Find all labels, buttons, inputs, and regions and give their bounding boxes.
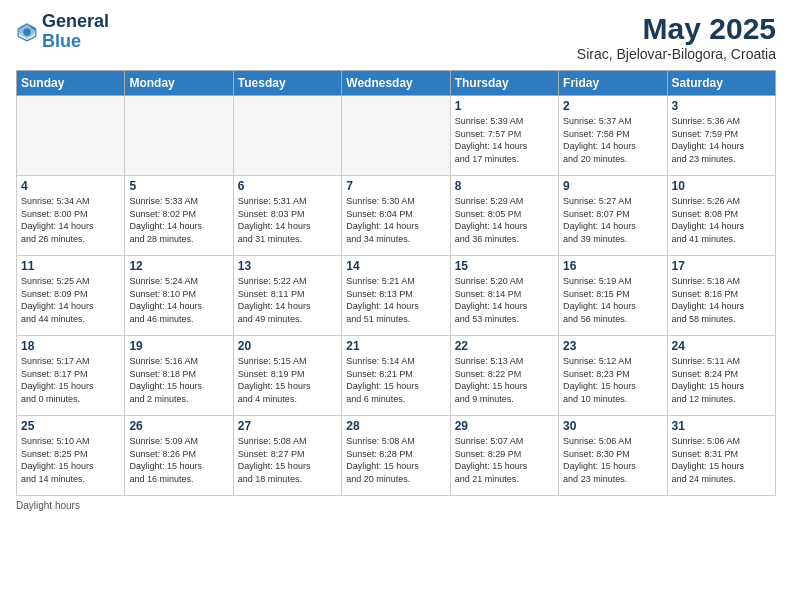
weekday-wednesday: Wednesday [342, 71, 450, 96]
day-number: 3 [672, 99, 771, 113]
calendar-cell: 13Sunrise: 5:22 AM Sunset: 8:11 PM Dayli… [233, 256, 341, 336]
calendar-week-4: 25Sunrise: 5:10 AM Sunset: 8:25 PM Dayli… [17, 416, 776, 496]
calendar-cell: 28Sunrise: 5:08 AM Sunset: 8:28 PM Dayli… [342, 416, 450, 496]
day-number: 29 [455, 419, 554, 433]
day-number: 31 [672, 419, 771, 433]
day-number: 22 [455, 339, 554, 353]
logo: General Blue [16, 12, 109, 52]
svg-point-3 [23, 28, 30, 35]
location-text: Sirac, Bjelovar-Bilogora, Croatia [577, 46, 776, 62]
day-info: Sunrise: 5:33 AM Sunset: 8:02 PM Dayligh… [129, 195, 228, 245]
day-number: 4 [21, 179, 120, 193]
day-number: 26 [129, 419, 228, 433]
day-number: 6 [238, 179, 337, 193]
weekday-saturday: Saturday [667, 71, 775, 96]
day-info: Sunrise: 5:11 AM Sunset: 8:24 PM Dayligh… [672, 355, 771, 405]
calendar-cell: 23Sunrise: 5:12 AM Sunset: 8:23 PM Dayli… [559, 336, 667, 416]
day-info: Sunrise: 5:08 AM Sunset: 8:27 PM Dayligh… [238, 435, 337, 485]
calendar-week-3: 18Sunrise: 5:17 AM Sunset: 8:17 PM Dayli… [17, 336, 776, 416]
calendar-cell: 20Sunrise: 5:15 AM Sunset: 8:19 PM Dayli… [233, 336, 341, 416]
day-info: Sunrise: 5:06 AM Sunset: 8:30 PM Dayligh… [563, 435, 662, 485]
day-info: Sunrise: 5:18 AM Sunset: 8:16 PM Dayligh… [672, 275, 771, 325]
calendar-cell: 16Sunrise: 5:19 AM Sunset: 8:15 PM Dayli… [559, 256, 667, 336]
day-info: Sunrise: 5:26 AM Sunset: 8:08 PM Dayligh… [672, 195, 771, 245]
day-info: Sunrise: 5:29 AM Sunset: 8:05 PM Dayligh… [455, 195, 554, 245]
calendar-cell: 1Sunrise: 5:39 AM Sunset: 7:57 PM Daylig… [450, 96, 558, 176]
month-title: May 2025 [577, 12, 776, 46]
day-number: 8 [455, 179, 554, 193]
calendar-cell: 2Sunrise: 5:37 AM Sunset: 7:58 PM Daylig… [559, 96, 667, 176]
day-number: 21 [346, 339, 445, 353]
calendar-table: SundayMondayTuesdayWednesdayThursdayFrid… [16, 70, 776, 496]
calendar-cell: 18Sunrise: 5:17 AM Sunset: 8:17 PM Dayli… [17, 336, 125, 416]
day-number: 10 [672, 179, 771, 193]
calendar-cell: 15Sunrise: 5:20 AM Sunset: 8:14 PM Dayli… [450, 256, 558, 336]
day-info: Sunrise: 5:06 AM Sunset: 8:31 PM Dayligh… [672, 435, 771, 485]
footer-note: Daylight hours [16, 500, 776, 511]
calendar-cell: 14Sunrise: 5:21 AM Sunset: 8:13 PM Dayli… [342, 256, 450, 336]
logo-blue-text: Blue [42, 32, 109, 52]
day-number: 30 [563, 419, 662, 433]
day-number: 1 [455, 99, 554, 113]
day-number: 9 [563, 179, 662, 193]
calendar-cell [342, 96, 450, 176]
weekday-header-row: SundayMondayTuesdayWednesdayThursdayFrid… [17, 71, 776, 96]
day-info: Sunrise: 5:21 AM Sunset: 8:13 PM Dayligh… [346, 275, 445, 325]
day-number: 27 [238, 419, 337, 433]
day-number: 15 [455, 259, 554, 273]
calendar-cell [233, 96, 341, 176]
day-info: Sunrise: 5:14 AM Sunset: 8:21 PM Dayligh… [346, 355, 445, 405]
calendar-cell: 3Sunrise: 5:36 AM Sunset: 7:59 PM Daylig… [667, 96, 775, 176]
calendar-cell: 8Sunrise: 5:29 AM Sunset: 8:05 PM Daylig… [450, 176, 558, 256]
calendar-cell: 25Sunrise: 5:10 AM Sunset: 8:25 PM Dayli… [17, 416, 125, 496]
calendar-cell: 17Sunrise: 5:18 AM Sunset: 8:16 PM Dayli… [667, 256, 775, 336]
weekday-friday: Friday [559, 71, 667, 96]
calendar-week-1: 4Sunrise: 5:34 AM Sunset: 8:00 PM Daylig… [17, 176, 776, 256]
day-number: 7 [346, 179, 445, 193]
day-number: 12 [129, 259, 228, 273]
calendar-week-2: 11Sunrise: 5:25 AM Sunset: 8:09 PM Dayli… [17, 256, 776, 336]
day-info: Sunrise: 5:30 AM Sunset: 8:04 PM Dayligh… [346, 195, 445, 245]
calendar-cell: 9Sunrise: 5:27 AM Sunset: 8:07 PM Daylig… [559, 176, 667, 256]
day-number: 25 [21, 419, 120, 433]
logo-icon [16, 21, 38, 43]
day-number: 17 [672, 259, 771, 273]
day-number: 16 [563, 259, 662, 273]
day-number: 2 [563, 99, 662, 113]
day-info: Sunrise: 5:20 AM Sunset: 8:14 PM Dayligh… [455, 275, 554, 325]
day-info: Sunrise: 5:17 AM Sunset: 8:17 PM Dayligh… [21, 355, 120, 405]
weekday-monday: Monday [125, 71, 233, 96]
day-info: Sunrise: 5:37 AM Sunset: 7:58 PM Dayligh… [563, 115, 662, 165]
day-info: Sunrise: 5:16 AM Sunset: 8:18 PM Dayligh… [129, 355, 228, 405]
calendar-cell: 19Sunrise: 5:16 AM Sunset: 8:18 PM Dayli… [125, 336, 233, 416]
calendar-cell: 10Sunrise: 5:26 AM Sunset: 8:08 PM Dayli… [667, 176, 775, 256]
day-info: Sunrise: 5:10 AM Sunset: 8:25 PM Dayligh… [21, 435, 120, 485]
day-info: Sunrise: 5:08 AM Sunset: 8:28 PM Dayligh… [346, 435, 445, 485]
day-info: Sunrise: 5:22 AM Sunset: 8:11 PM Dayligh… [238, 275, 337, 325]
day-number: 24 [672, 339, 771, 353]
day-number: 14 [346, 259, 445, 273]
day-info: Sunrise: 5:24 AM Sunset: 8:10 PM Dayligh… [129, 275, 228, 325]
day-info: Sunrise: 5:12 AM Sunset: 8:23 PM Dayligh… [563, 355, 662, 405]
day-info: Sunrise: 5:39 AM Sunset: 7:57 PM Dayligh… [455, 115, 554, 165]
day-number: 23 [563, 339, 662, 353]
day-number: 18 [21, 339, 120, 353]
day-number: 20 [238, 339, 337, 353]
calendar-cell: 27Sunrise: 5:08 AM Sunset: 8:27 PM Dayli… [233, 416, 341, 496]
calendar-cell: 12Sunrise: 5:24 AM Sunset: 8:10 PM Dayli… [125, 256, 233, 336]
calendar-cell [125, 96, 233, 176]
weekday-sunday: Sunday [17, 71, 125, 96]
day-number: 11 [21, 259, 120, 273]
calendar-cell: 6Sunrise: 5:31 AM Sunset: 8:03 PM Daylig… [233, 176, 341, 256]
calendar-cell: 22Sunrise: 5:13 AM Sunset: 8:22 PM Dayli… [450, 336, 558, 416]
day-info: Sunrise: 5:31 AM Sunset: 8:03 PM Dayligh… [238, 195, 337, 245]
day-number: 28 [346, 419, 445, 433]
day-info: Sunrise: 5:13 AM Sunset: 8:22 PM Dayligh… [455, 355, 554, 405]
calendar-cell: 21Sunrise: 5:14 AM Sunset: 8:21 PM Dayli… [342, 336, 450, 416]
calendar-week-0: 1Sunrise: 5:39 AM Sunset: 7:57 PM Daylig… [17, 96, 776, 176]
day-info: Sunrise: 5:36 AM Sunset: 7:59 PM Dayligh… [672, 115, 771, 165]
day-info: Sunrise: 5:25 AM Sunset: 8:09 PM Dayligh… [21, 275, 120, 325]
calendar-cell: 31Sunrise: 5:06 AM Sunset: 8:31 PM Dayli… [667, 416, 775, 496]
calendar-cell: 30Sunrise: 5:06 AM Sunset: 8:30 PM Dayli… [559, 416, 667, 496]
calendar-cell: 24Sunrise: 5:11 AM Sunset: 8:24 PM Dayli… [667, 336, 775, 416]
